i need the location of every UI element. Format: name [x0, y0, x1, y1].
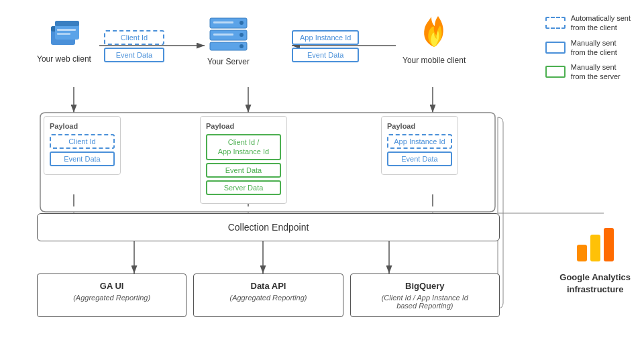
- web-server-data-boxes: Client Id Event Data: [104, 30, 164, 62]
- legend-text-manual-client: Manually sentfrom the client: [571, 38, 617, 58]
- web-payload-block: Payload Client Id Event Data: [44, 116, 121, 175]
- server-payload-server-data: Server Data: [206, 180, 281, 195]
- ga-infra-block: Google Analyticsinfrastructure: [559, 221, 631, 296]
- ga-ui-subtitle: (Aggregated Reporting): [43, 294, 180, 302]
- app-instance-id-box: App Instance Id: [292, 30, 359, 45]
- legend-box-manual-server: [545, 66, 566, 78]
- mobile-payload-app-instance-id: App Instance Id: [387, 134, 452, 149]
- ga-ui-title: GA UI: [43, 281, 180, 291]
- mobile-payload-title: Payload: [387, 122, 452, 130]
- data-api-title: Data API: [199, 281, 337, 291]
- svg-rect-23: [55, 21, 79, 26]
- svg-point-30: [239, 33, 244, 37]
- legend-box-auto: [545, 17, 566, 29]
- server-payload-event-data: Event Data: [206, 163, 281, 178]
- bigquery-title: BigQuery: [356, 281, 494, 291]
- diagram-container: Automatically sentfrom the client Manual…: [0, 0, 644, 362]
- mobile-payload-event-data: Event Data: [387, 152, 452, 166]
- mobile-payload-block: Payload App Instance Id Event Data: [381, 116, 458, 175]
- web-client-icon: [46, 17, 83, 49]
- event-data-box-web: Event Data: [104, 48, 164, 62]
- mobile-client-label: Your mobile client: [402, 56, 466, 65]
- web-payload-title: Payload: [50, 122, 115, 130]
- server-label: Your Server: [207, 57, 250, 66]
- output-row: GA UI (Aggregated Reporting) Data API (A…: [37, 274, 500, 317]
- data-api-subtitle: (Aggregated Reporting): [199, 294, 337, 302]
- collection-endpoint-label: Collection Endpoint: [228, 222, 309, 233]
- legend-text-auto: Automatically sentfrom the client: [571, 13, 631, 33]
- legend-text-manual-server: Manually sentfrom the server: [571, 62, 621, 82]
- svg-rect-33: [213, 34, 233, 36]
- svg-rect-32: [213, 21, 233, 23]
- ga-ui-box: GA UI (Aggregated Reporting): [37, 274, 186, 317]
- ga-infra-label: Google Analyticsinfrastructure: [559, 272, 631, 296]
- svg-rect-34: [577, 245, 587, 261]
- legend-item-manual-server: Manually sentfrom the server: [545, 62, 631, 82]
- svg-point-29: [239, 21, 244, 25]
- client-id-box: Client Id: [104, 30, 164, 45]
- server-icon: [207, 15, 250, 52]
- mobile-client-block: Your mobile client: [402, 13, 466, 65]
- server-mobile-data-boxes: App Instance Id Event Data: [292, 30, 359, 62]
- collection-endpoint: Collection Endpoint: [37, 213, 500, 241]
- svg-rect-24: [57, 29, 76, 31]
- ga-icon: [574, 221, 617, 265]
- svg-rect-25: [57, 33, 70, 35]
- server-payload-title: Payload: [206, 122, 281, 130]
- data-api-box: Data API (Aggregated Reporting): [193, 274, 343, 317]
- bigquery-box: BigQuery (Client Id / App Instance Idbas…: [350, 274, 500, 317]
- web-client-block: Your web client: [37, 17, 91, 64]
- server-block: Your Server: [207, 15, 250, 66]
- legend: Automatically sentfrom the client Manual…: [545, 13, 631, 82]
- web-payload-client-id: Client Id: [50, 134, 115, 149]
- svg-rect-35: [590, 235, 600, 261]
- legend-item-manual-client: Manually sentfrom the client: [545, 38, 631, 58]
- legend-item-auto: Automatically sentfrom the client: [545, 13, 631, 33]
- server-payload-block: Payload Client Id /App Instance Id Event…: [200, 116, 287, 204]
- bigquery-subtitle: (Client Id / App Instance Idbased Report…: [356, 294, 494, 310]
- svg-rect-36: [604, 228, 614, 261]
- web-payload-event-data: Event Data: [50, 152, 115, 166]
- mobile-client-icon: [419, 13, 449, 50]
- server-payload-client-app-id: Client Id /App Instance Id: [206, 134, 281, 160]
- legend-box-manual-client: [545, 42, 566, 54]
- event-data-box-server-right: Event Data: [292, 48, 359, 62]
- web-client-label: Your web client: [37, 54, 91, 64]
- svg-point-31: [239, 44, 244, 48]
